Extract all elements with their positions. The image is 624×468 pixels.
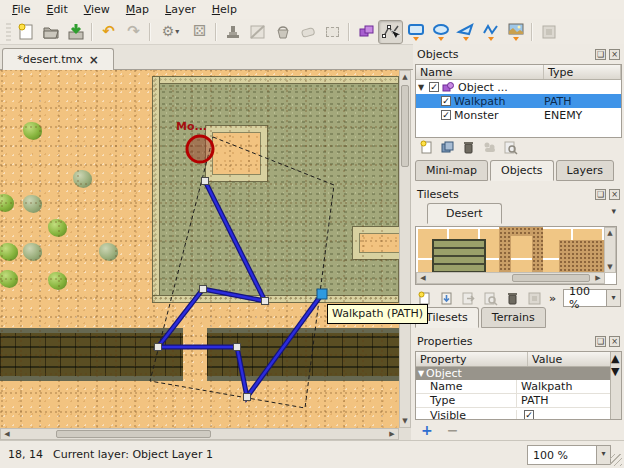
tileset-vertical-scrollbar[interactable]: ▲ ▼ [604, 227, 616, 273]
property-row[interactable]: Visible ✓ [416, 408, 621, 420]
delete-object-icon[interactable] [461, 140, 476, 155]
vertex-handle[interactable] [200, 286, 207, 293]
insert-ellipse-button[interactable] [428, 20, 453, 44]
tileset-zoom-combo[interactable]: 100 % ▾ [563, 289, 621, 307]
map-horizontal-scrollbar[interactable]: ◀ ▶ [0, 428, 399, 440]
vertex-handle[interactable] [234, 344, 241, 351]
random-mode-button[interactable]: ⚄ [187, 20, 212, 44]
insert-polygon-button[interactable] [453, 20, 478, 44]
combo-dropdown-icon[interactable]: ▾ [596, 446, 610, 464]
properties-scrollbar[interactable]: ▲ ▼ [610, 352, 621, 419]
resize-grip[interactable] [610, 454, 622, 466]
menu-view[interactable]: View [76, 1, 118, 18]
float-dock-icon[interactable]: ❏ [595, 189, 606, 200]
insert-rectangle-button[interactable] [403, 20, 428, 44]
close-tab-icon[interactable]: × [89, 53, 99, 67]
terrain-brush-button[interactable] [245, 20, 270, 44]
visibility-checkbox[interactable]: ✓ [441, 110, 451, 120]
scroll-left-icon[interactable]: ◀ [2, 429, 12, 439]
edit-tileset-icon[interactable] [527, 291, 542, 306]
expander-icon[interactable]: ▼ [416, 83, 426, 92]
commands-button[interactable]: ⚙▾ [154, 20, 187, 44]
vertex-handle[interactable] [262, 298, 269, 305]
tab-mini-map[interactable]: Mini-map [415, 160, 488, 181]
close-dock-icon[interactable]: × [609, 189, 620, 200]
bucket-fill-button[interactable] [270, 20, 295, 44]
undo-button[interactable]: ↶ [96, 20, 121, 44]
map-vertical-scrollbar[interactable]: ▲ ▼ [399, 70, 411, 428]
scroll-up-icon[interactable]: ▲ [605, 228, 615, 238]
insert-tile-object-button[interactable] [503, 20, 528, 44]
export-tileset-icon[interactable] [461, 291, 476, 306]
tileset-tiles[interactable] [416, 227, 605, 273]
tab-objects[interactable]: Objects [490, 160, 554, 181]
menu-layer[interactable]: Layer [157, 1, 204, 18]
open-button[interactable] [38, 20, 63, 44]
monster-row[interactable]: ✓ Monster ENEMY [416, 108, 621, 122]
name-column-header[interactable]: Name [416, 65, 544, 79]
menu-map[interactable]: Map [118, 1, 157, 18]
property-row[interactable]: Type PATH [416, 394, 621, 408]
insert-polyline-button[interactable] [478, 20, 503, 44]
tileset-properties-icon[interactable] [483, 291, 498, 306]
close-dock-icon[interactable]: × [609, 336, 620, 347]
scroll-up-icon[interactable]: ▲ [400, 72, 410, 82]
walkpath-polyline[interactable] [158, 181, 322, 397]
map-canvas[interactable]: Mo... [0, 70, 399, 428]
eraser-button[interactable] [295, 20, 320, 44]
property-value-cell[interactable]: Walkpath [516, 380, 572, 393]
scrollbar-thumb[interactable] [56, 430, 211, 438]
visible-checkbox[interactable]: ✓ [524, 410, 534, 420]
monster-ellipse[interactable] [187, 136, 213, 162]
vertex-handle[interactable] [202, 178, 209, 185]
tileset-menu-icon[interactable]: ▾ [611, 206, 616, 216]
add-property-button[interactable]: + [421, 422, 433, 438]
menu-help[interactable]: Help [204, 1, 245, 18]
new-object-icon[interactable] [419, 140, 434, 155]
redo-button[interactable]: ↷ [121, 20, 146, 44]
vertex-handle-hovered[interactable] [317, 289, 327, 299]
visibility-checkbox[interactable]: ✓ [429, 82, 439, 92]
delete-tileset-icon[interactable] [505, 291, 520, 306]
map-zoom-combo[interactable]: 100 % ▾ [527, 445, 611, 465]
extra-tool-button[interactable] [536, 20, 561, 44]
tileset-view[interactable]: ▲ ▼ ◀ ▶ [415, 226, 617, 285]
menu-edit[interactable]: Edit [38, 1, 75, 18]
tileset-edge-tile[interactable] [559, 240, 605, 273]
tileset-horizontal-scrollbar[interactable]: ◀ ▶ [416, 272, 605, 284]
rect-select-button[interactable] [320, 20, 345, 44]
scrollbar-thumb[interactable] [512, 274, 590, 282]
close-dock-icon[interactable]: × [609, 49, 620, 60]
document-tab[interactable]: *desert.tmx × [2, 48, 114, 70]
tileset-edge-tile[interactable] [532, 227, 543, 273]
scroll-right-icon[interactable]: ▶ [387, 429, 397, 439]
scroll-right-icon[interactable]: ▶ [593, 273, 603, 283]
walkpath-row[interactable]: ✓ Walkpath PATH [416, 94, 621, 108]
scroll-up-icon[interactable]: ▲ [611, 352, 619, 365]
property-row[interactable]: Name Walkpath [416, 380, 621, 394]
tileset-brick-tile[interactable] [432, 239, 486, 273]
float-dock-icon[interactable]: ❏ [595, 49, 606, 60]
tab-terrains[interactable]: Terrains [481, 307, 546, 328]
scroll-down-icon[interactable]: ▼ [400, 416, 410, 426]
edit-polygons-button[interactable] [378, 20, 403, 44]
property-value-cell[interactable]: ✓ [516, 410, 537, 420]
scrollbar-thumb[interactable] [401, 85, 409, 167]
expander-icon[interactable]: ▼ [416, 369, 426, 378]
toolbar-handle[interactable] [6, 23, 11, 41]
duplicate-object-icon[interactable] [440, 140, 455, 155]
object-properties-icon[interactable] [503, 140, 518, 155]
property-value-cell[interactable]: PATH [516, 394, 549, 407]
stamp-brush-button[interactable] [220, 20, 245, 44]
move-object-icon[interactable] [482, 140, 497, 155]
object-group-row[interactable]: ▼ Object [416, 367, 621, 380]
vertex-handle[interactable] [244, 394, 251, 401]
toolbar-overflow-icon[interactable]: » [549, 292, 556, 305]
combo-dropdown-icon[interactable]: ▾ [606, 290, 620, 306]
menu-file[interactable]: File [4, 1, 38, 18]
property-column-header[interactable]: Property [416, 352, 528, 366]
save-button[interactable] [63, 20, 88, 44]
scroll-down-icon[interactable]: ▼ [605, 262, 615, 272]
select-objects-button[interactable] [353, 20, 378, 44]
scroll-left-icon[interactable]: ◀ [418, 273, 428, 283]
